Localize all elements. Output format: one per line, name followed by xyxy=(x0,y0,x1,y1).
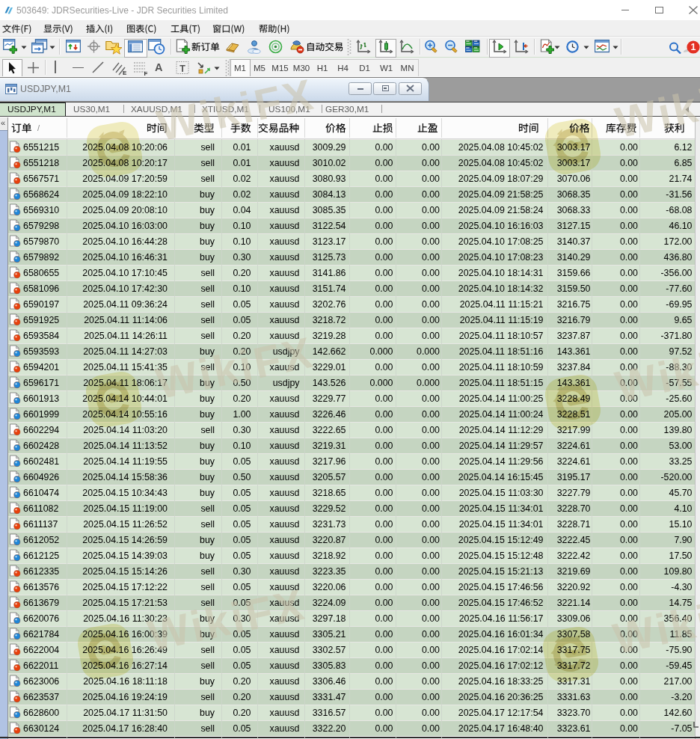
svg-text:1: 1 xyxy=(691,42,696,52)
svg-text:E: E xyxy=(123,70,127,76)
svg-text:T: T xyxy=(179,64,185,74)
svg-text:F: F xyxy=(144,70,148,76)
